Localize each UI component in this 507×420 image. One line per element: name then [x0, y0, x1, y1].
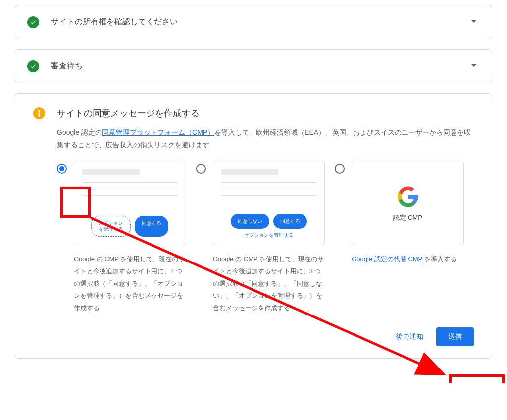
radio-option-3[interactable]	[335, 164, 345, 174]
annotation-box-submit	[449, 374, 505, 383]
preview-option-3: 認定 CMP	[352, 161, 464, 245]
preview-option-1: オプションを管理する 同意する	[74, 161, 186, 245]
option-1[interactable]: オプションを管理する 同意する Google の CMP を使用して、現在のサイ…	[57, 161, 196, 314]
agree-pill: 同意する	[273, 214, 307, 229]
chevron-down-icon	[468, 15, 480, 29]
preview-option-2: 同意しない 同意する オプションを管理する	[213, 161, 325, 245]
cmp-link[interactable]: 同意管理プラットフォーム（CMP）	[102, 128, 214, 136]
option-3-desc: Google 認定の代替 CMP を導入する	[352, 253, 464, 265]
verify-site-title: サイトの所有権を確認してください	[51, 17, 468, 27]
chevron-down-icon	[468, 59, 480, 73]
alt-cmp-link[interactable]: Google 認定の代替 CMP	[352, 255, 422, 262]
review-wait-title: 審査待ち	[51, 61, 468, 71]
section-description: Google 認定の同意管理プラットフォーム（CMP）を導入して、欧州経済領域（…	[57, 126, 474, 151]
radio-option-1[interactable]	[57, 164, 67, 174]
svg-point-0	[38, 110, 40, 112]
option-3[interactable]: 認定 CMP Google 認定の代替 CMP を導入する	[335, 161, 474, 314]
review-wait-card[interactable]: 審査待ち	[15, 49, 492, 83]
cmp-label: 認定 CMP	[393, 213, 422, 222]
consent-message-card: サイトの同意メッセージを作成する Google 認定の同意管理プラットフォーム（…	[15, 93, 492, 359]
check-icon	[27, 16, 39, 28]
agree-pill: 同意する	[135, 216, 168, 237]
later-button[interactable]: 後で通知	[394, 328, 425, 345]
submit-button[interactable]: 送信	[436, 327, 474, 346]
radio-option-2[interactable]	[196, 164, 206, 174]
svg-rect-1	[39, 112, 40, 117]
manage-options-pill: オプションを管理する	[91, 216, 131, 237]
section-title: サイトの同意メッセージを作成する	[57, 107, 474, 119]
google-logo-icon	[397, 186, 419, 208]
warning-icon	[33, 107, 45, 119]
option-2-desc: Google の CMP を使用して、現在のサイトと今後追加するサイト用に、3 …	[213, 253, 325, 314]
check-icon	[27, 60, 39, 72]
verify-site-card[interactable]: サイトの所有権を確認してください	[15, 5, 492, 39]
manage-options-link: オプションを管理する	[221, 232, 317, 239]
disagree-pill: 同意しない	[231, 214, 269, 229]
option-2[interactable]: 同意しない 同意する オプションを管理する Google の CMP を使用して…	[196, 161, 335, 314]
option-1-desc: Google の CMP を使用して、現在のサイトと今後追加するサイト用に、2 …	[74, 253, 186, 314]
